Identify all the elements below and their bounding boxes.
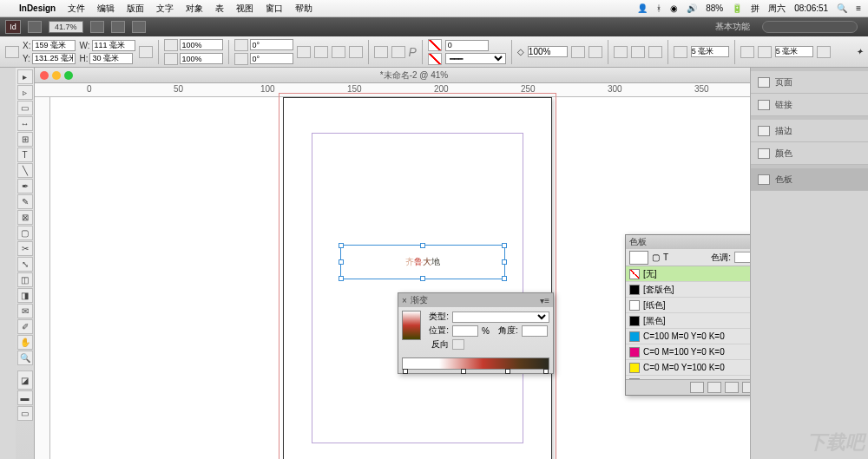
- stroke-swatch-icon[interactable]: [428, 53, 442, 65]
- corner-radius-2-input[interactable]: [775, 46, 813, 57]
- gradient-reverse-button[interactable]: [452, 339, 464, 350]
- text-wrap-none-icon[interactable]: [614, 46, 628, 58]
- app-name[interactable]: InDesign: [19, 3, 56, 13]
- clock-time[interactable]: 08:06:51: [794, 3, 828, 13]
- view-options-icon[interactable]: [90, 21, 104, 33]
- effects-icon[interactable]: [571, 46, 585, 58]
- dock-pages-panel[interactable]: 页面: [751, 71, 868, 94]
- window-close-icon[interactable]: [40, 71, 49, 80]
- selected-text-frame[interactable]: 齐鲁大地: [340, 245, 505, 279]
- handle-bl[interactable]: [339, 276, 344, 281]
- gradient-type-select[interactable]: [452, 311, 549, 323]
- show-color-swatches-button[interactable]: [707, 382, 721, 393]
- h-input[interactable]: [89, 53, 133, 64]
- menu-layout[interactable]: 版面: [127, 3, 144, 15]
- vertical-ruler[interactable]: [35, 97, 50, 459]
- dock-swatches-panel[interactable]: 色板: [751, 168, 868, 191]
- handle-tl[interactable]: [339, 243, 344, 248]
- constrain-proportions-icon[interactable]: [139, 46, 153, 58]
- handle-ml[interactable]: [339, 259, 344, 265]
- corner-radius-1-input[interactable]: [691, 46, 729, 57]
- gradient-angle-input[interactable]: [522, 325, 548, 337]
- rotate-ccw-icon[interactable]: [314, 46, 328, 58]
- scissors-tool[interactable]: ✂: [17, 241, 33, 256]
- frame-fitting-icon[interactable]: [740, 46, 754, 58]
- user-icon[interactable]: 👤: [637, 3, 648, 13]
- free-transform-tool[interactable]: ⤡: [17, 257, 33, 272]
- view-mode-toggle[interactable]: ▭: [17, 406, 33, 421]
- text-wrap-bbox-icon[interactable]: [631, 46, 645, 58]
- menu-extra-icon[interactable]: ≡: [856, 3, 861, 13]
- swatch-row[interactable]: C=100 M=0 Y=0 K=0: [626, 329, 750, 344]
- select-container-icon[interactable]: [374, 46, 388, 58]
- handle-bm[interactable]: [420, 276, 425, 281]
- reference-point-icon[interactable]: [5, 46, 19, 58]
- flip-v-icon[interactable]: [349, 46, 363, 58]
- selection-tool[interactable]: ▸: [17, 69, 33, 84]
- rectangle-tool[interactable]: ▢: [17, 226, 33, 240]
- workspace-switcher[interactable]: 基本功能: [715, 21, 750, 33]
- corner-options-icon[interactable]: [674, 46, 687, 58]
- show-all-swatches-button[interactable]: [690, 382, 704, 393]
- menu-object[interactable]: 对象: [186, 3, 203, 15]
- type-tool[interactable]: T: [17, 148, 33, 162]
- handle-mr[interactable]: [502, 259, 507, 265]
- gradient-stop[interactable]: [461, 369, 466, 374]
- swatch-row[interactable]: [套版色]: [626, 282, 750, 298]
- fill-stroke-toggle[interactable]: ◪: [17, 370, 33, 390]
- drop-shadow-icon[interactable]: [589, 46, 602, 58]
- align-icon[interactable]: [758, 46, 772, 58]
- gradient-feather-tool[interactable]: ◨: [17, 288, 33, 303]
- gradient-stop[interactable]: [543, 369, 549, 374]
- text-formatting-icon[interactable]: T: [663, 252, 668, 262]
- pen-tool[interactable]: ✒: [17, 179, 33, 193]
- pencil-tool[interactable]: ✎: [17, 194, 33, 209]
- swatch-row[interactable]: [黑色]: [626, 313, 750, 329]
- fill-stroke-proxy[interactable]: [629, 251, 648, 265]
- swatch-row[interactable]: [无]: [626, 266, 750, 282]
- menu-file[interactable]: 文件: [68, 3, 85, 15]
- menu-window[interactable]: 窗口: [266, 3, 283, 15]
- line-tool[interactable]: ╲: [17, 163, 33, 178]
- quick-apply-icon[interactable]: ✦: [856, 47, 863, 56]
- clock-day[interactable]: 周六: [768, 3, 786, 15]
- x-input[interactable]: [32, 40, 76, 51]
- menu-edit[interactable]: 编辑: [97, 3, 115, 15]
- gradient-stop[interactable]: [403, 369, 408, 374]
- stroke-style-select[interactable]: ━━━: [445, 53, 506, 64]
- handle-tm[interactable]: [420, 243, 425, 248]
- dock-color-panel[interactable]: 颜色: [751, 142, 868, 165]
- scale-y-input[interactable]: [180, 53, 223, 64]
- gap-tool[interactable]: ↔: [17, 116, 33, 131]
- rectangle-frame-tool[interactable]: ⊠: [17, 210, 33, 225]
- panel-menu-icon[interactable]: ▾≡: [540, 296, 549, 305]
- hand-tool[interactable]: ✋: [17, 335, 33, 350]
- swatch-row[interactable]: C=15 M=100 Y=100 K=0: [626, 376, 750, 379]
- gradient-panel[interactable]: ×渐变▾≡ 类型: 位置:%角度: 反向: [398, 292, 554, 374]
- new-swatch-button[interactable]: [742, 382, 750, 393]
- menu-type[interactable]: 文字: [156, 3, 174, 15]
- gradient-swatch-tool[interactable]: ◫: [17, 272, 33, 287]
- swatch-row[interactable]: [纸色]: [626, 298, 750, 313]
- dock-stroke-panel[interactable]: 描边: [751, 120, 868, 142]
- eyedropper-tool[interactable]: ✐: [17, 319, 33, 334]
- select-content-icon[interactable]: [391, 46, 405, 58]
- window-zoom-icon[interactable]: [64, 71, 73, 80]
- menu-view[interactable]: 视图: [236, 3, 253, 15]
- menu-help[interactable]: 帮助: [295, 3, 312, 15]
- swatch-row[interactable]: C=0 M=100 Y=0 K=0: [626, 344, 750, 360]
- scale-x-input[interactable]: [180, 39, 223, 50]
- handle-br[interactable]: [502, 276, 507, 281]
- direct-selection-tool[interactable]: ▹: [17, 85, 33, 100]
- swatch-row[interactable]: C=0 M=0 Y=100 K=0: [626, 360, 750, 376]
- show-gradient-swatches-button[interactable]: [725, 382, 739, 393]
- zoom-level-select[interactable]: 41.7%: [49, 21, 83, 33]
- gradient-stop[interactable]: [505, 369, 510, 374]
- gradient-ramp[interactable]: [402, 357, 549, 370]
- gradient-preview-swatch[interactable]: [402, 311, 421, 340]
- fill-swatch-icon[interactable]: [428, 39, 442, 51]
- spotlight-icon[interactable]: 🔍: [837, 3, 847, 13]
- tint-input[interactable]: [734, 252, 750, 263]
- ime-indicator[interactable]: 拼: [751, 3, 760, 15]
- distribute-icon[interactable]: [817, 46, 831, 58]
